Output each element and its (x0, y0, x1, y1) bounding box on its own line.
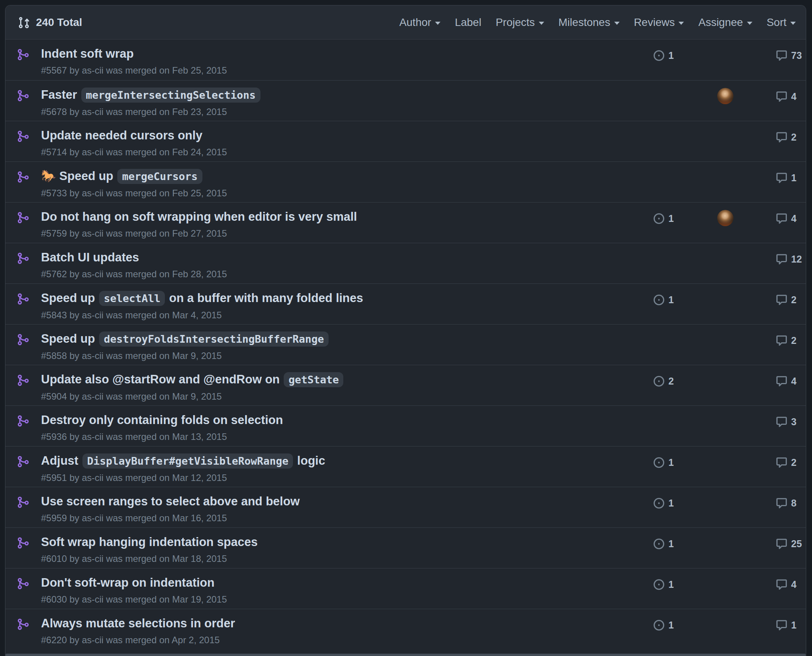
pr-title[interactable]: Batch UI updates (41, 249, 624, 266)
filter-sort[interactable]: Sort (767, 16, 796, 29)
comment-count: 4 (791, 91, 797, 102)
linked-issues-indicator[interactable]: 1 (653, 618, 674, 632)
pr-text-block: Adjust DisplayBuffer#getVisibleRowRange … (41, 452, 624, 483)
linked-issues-count: 1 (668, 294, 674, 306)
pr-title[interactable]: Adjust DisplayBuffer#getVisibleRowRange … (41, 452, 624, 470)
list-header: 240 Total Author Label Projects Mileston… (5, 5, 806, 39)
pr-meta: #5678 by as-cii was merged on Feb 23, 20… (41, 106, 624, 117)
comments-indicator[interactable]: 1 (776, 171, 797, 184)
horizontal-scrollbar[interactable] (5, 654, 806, 656)
linked-issues-indicator[interactable]: 1 (653, 537, 674, 550)
comments-indicator[interactable]: 8 (776, 496, 797, 510)
pr-title[interactable]: 🐎 Speed up mergeCursors (41, 167, 624, 185)
filter-label: Projects (496, 16, 535, 29)
pr-text-block: Update needed cursors only #5714 by as-c… (41, 127, 624, 158)
comments-indicator[interactable]: 2 (776, 334, 797, 347)
comments-indicator[interactable]: 4 (776, 212, 797, 225)
pr-title[interactable]: Faster mergeIntersectingSelections (41, 86, 624, 104)
title-text: Faster (41, 88, 81, 101)
title-code-chip: destroyFoldsIntersectingBufferRange (99, 331, 329, 347)
comment-count: 4 (791, 579, 797, 590)
filter-projects[interactable]: Projects (496, 16, 544, 29)
linked-issues-count: 1 (668, 457, 674, 468)
pr-title[interactable]: Do not hang on soft wrapping when editor… (41, 208, 624, 226)
pr-title[interactable]: Speed up selectAll on a buffer with many… (41, 289, 624, 307)
title-text: Speed up (41, 332, 98, 345)
linked-issues-count: 1 (668, 538, 674, 550)
filter-author[interactable]: Author (399, 16, 441, 29)
comments-indicator[interactable]: 2 (776, 456, 797, 469)
comments-indicator[interactable]: 1 (776, 618, 797, 632)
linked-issues-indicator[interactable]: 1 (653, 212, 674, 225)
comment-icon (776, 131, 788, 143)
title-text: Batch UI updates (41, 251, 139, 264)
linked-issues-indicator[interactable]: 2 (653, 374, 674, 388)
title-text: 🐎 Speed up (41, 169, 116, 183)
title-code-chip: mergeCursors (117, 169, 202, 184)
linked-issues-count: 1 (668, 620, 674, 631)
linked-issues-indicator[interactable]: 1 (653, 293, 674, 306)
comment-icon (776, 416, 788, 428)
pull-request-row: 🐎 Speed up mergeCursors #5733 by as-cii … (5, 161, 806, 202)
comment-count: 1 (791, 620, 797, 631)
linked-issues-indicator[interactable]: 1 (653, 456, 674, 469)
pr-text-block: Faster mergeIntersectingSelections #5678… (41, 86, 624, 117)
linked-issues-count: 1 (668, 498, 674, 509)
pull-request-row: Batch UI updates #5762 by as-cii was mer… (5, 243, 806, 283)
pr-meta: #5936 by as-cii was merged on Mar 13, 20… (41, 431, 624, 442)
pull-request-row: Use screen ranges to select above and be… (5, 487, 806, 527)
comments-indicator[interactable]: 2 (776, 293, 797, 306)
filter-label[interactable]: Label (455, 16, 481, 29)
issue-opened-icon (653, 497, 665, 509)
pull-request-arrows-icon (18, 16, 30, 29)
pr-title[interactable]: Update needed cursors only (41, 127, 624, 144)
comments-indicator[interactable]: 73 (776, 49, 802, 62)
comment-icon (776, 253, 788, 265)
linked-issues-indicator[interactable]: 1 (653, 49, 674, 62)
comment-icon (776, 457, 788, 469)
pr-title[interactable]: Don't soft-wrap on indentation (41, 574, 624, 592)
pr-title[interactable]: Indent soft wrap (41, 45, 624, 63)
pull-request-row: Faster mergeIntersectingSelections #5678… (5, 80, 806, 121)
pr-title[interactable]: Soft wrap hanging indentation spaces (41, 533, 624, 551)
comments-indicator[interactable]: 4 (776, 578, 797, 591)
comment-count: 1 (791, 172, 797, 184)
pr-meta: #5951 by as-cii was merged on Mar 12, 20… (41, 472, 624, 483)
title-text: Speed up (41, 291, 98, 305)
linked-issues-count: 2 (668, 376, 674, 387)
git-merge-icon (17, 89, 29, 102)
filter-reviews[interactable]: Reviews (634, 16, 684, 29)
comments-indicator[interactable]: 25 (776, 537, 802, 550)
comment-icon (776, 497, 788, 509)
comments-indicator[interactable]: 3 (776, 415, 797, 428)
filter-label: Author (399, 16, 432, 29)
title-text: Don't soft-wrap on indentation (41, 576, 214, 589)
git-merge-icon (17, 333, 29, 346)
comment-icon (776, 91, 788, 103)
filter-milestones[interactable]: Milestones (558, 16, 620, 29)
issue-opened-icon (653, 375, 665, 387)
issue-opened-icon (653, 538, 665, 550)
comments-indicator[interactable]: 12 (776, 252, 802, 266)
comments-indicator[interactable]: 4 (776, 90, 797, 103)
comments-indicator[interactable]: 2 (776, 131, 797, 144)
pr-title[interactable]: Use screen ranges to select above and be… (41, 493, 624, 510)
pr-meta: #6030 by as-cii was merged on Mar 19, 20… (41, 594, 624, 605)
filter-assignee[interactable]: Assignee (698, 16, 752, 29)
linked-issues-indicator[interactable]: 1 (653, 578, 674, 591)
git-merge-icon (17, 293, 29, 305)
comment-icon (776, 213, 788, 225)
pr-meta: #5843 by as-cii was merged on Mar 4, 201… (41, 310, 624, 321)
comment-icon (776, 50, 788, 62)
pr-title[interactable]: Speed up destroyFoldsIntersectingBufferR… (41, 330, 624, 348)
comment-icon (776, 375, 788, 387)
reviewer-avatar[interactable] (717, 210, 733, 226)
pr-title[interactable]: Update also @startRow and @endRow on get… (41, 371, 624, 389)
title-text: Use screen ranges to select above and be… (41, 495, 300, 508)
comments-indicator[interactable]: 4 (776, 374, 797, 388)
pr-title[interactable]: Destroy only containing folds on selecti… (41, 411, 624, 429)
pr-title[interactable]: Always mutate selections in order (41, 615, 624, 632)
pr-text-block: Use screen ranges to select above and be… (41, 493, 624, 524)
linked-issues-indicator[interactable]: 1 (653, 496, 674, 510)
reviewer-avatar[interactable] (717, 88, 733, 104)
